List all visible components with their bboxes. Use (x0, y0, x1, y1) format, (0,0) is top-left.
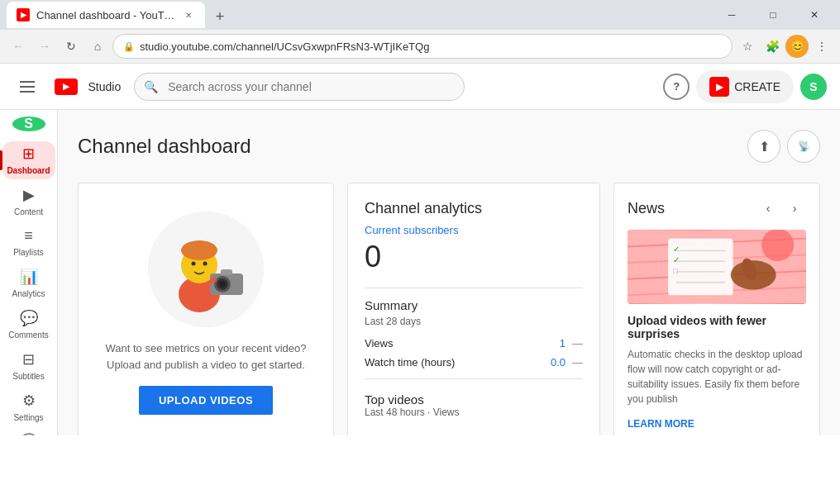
sidebar-item-subtitles[interactable]: ⊟ Subtitles (2, 347, 55, 385)
news-image: ✓ ✓ □ (628, 230, 806, 304)
svg-point-3 (181, 240, 217, 260)
news-navigation: ‹ › (756, 197, 806, 220)
upload-button[interactable]: ⬆ (747, 130, 780, 163)
help-button[interactable]: ? (663, 74, 690, 100)
maximize-button[interactable]: □ (754, 2, 792, 27)
sidebar-label-settings: Settings (13, 413, 43, 423)
svg-text:✓: ✓ (673, 255, 680, 264)
playlists-icon: ≡ (24, 227, 33, 245)
subscribers-label: Current subscribers (365, 224, 583, 236)
security-icon: 🔒 (123, 41, 135, 52)
sidebar-item-settings[interactable]: ⚙ Settings (2, 388, 55, 426)
create-label: CREATE (734, 80, 780, 93)
sidebar-label-content: Content (14, 207, 43, 217)
views-dash: — (572, 337, 583, 349)
news-headline: Upload videos with fewer surprises (628, 314, 806, 340)
content-icon: ▶ (23, 186, 35, 204)
page-actions: ⬆ 📡 (747, 130, 820, 163)
tab-favicon: ▶ (17, 8, 30, 21)
sidebar-item-content[interactable]: ▶ Content (2, 183, 55, 221)
header-actions: ? ▶ CREATE S (663, 70, 827, 103)
extensions-button[interactable]: 🧩 (761, 35, 784, 58)
svg-point-11 (203, 262, 208, 266)
browser-chrome: ▶ Channel dashboard - YouTube S... ✕ + ─… (0, 0, 840, 64)
subscribers-count: 0 (365, 240, 583, 274)
dashboard-icon: ⊞ (22, 145, 35, 163)
menu-button[interactable]: ⋮ (810, 35, 833, 58)
active-indicator (0, 150, 2, 170)
user-avatar[interactable]: S (800, 74, 827, 100)
analytics-icon: 📊 (20, 268, 38, 286)
svg-text:□: □ (673, 266, 678, 275)
svg-rect-8 (221, 269, 232, 275)
new-tab-button[interactable]: + (208, 5, 231, 28)
sidebar-avatar[interactable]: S (12, 116, 45, 131)
news-prev-button[interactable]: ‹ (756, 197, 780, 220)
news-header: News ‹ › (628, 197, 806, 220)
sidebar-label-playlists: Playlists (13, 248, 44, 258)
sidebar-label-subtitles: Subtitles (12, 372, 44, 382)
tab-title: Channel dashboard - YouTube S... (36, 9, 175, 21)
sidebar-item-analytics[interactable]: 📊 Analytics (2, 264, 55, 302)
tab-close-button[interactable]: ✕ (182, 8, 195, 21)
page-header: Channel dashboard ⬆ 📡 (78, 130, 820, 163)
search-bar: 🔍 (134, 73, 465, 101)
news-next-button[interactable]: › (783, 197, 806, 220)
page-title: Channel dashboard (78, 135, 251, 158)
comments-icon: 💬 (20, 309, 38, 327)
home-button[interactable]: ⌂ (86, 35, 109, 58)
views-label: Views (365, 337, 393, 349)
summary-title: Summary (365, 298, 583, 312)
svg-text:✓: ✓ (673, 245, 680, 254)
news-body: Automatic checks in the desktop upload f… (628, 347, 806, 407)
youtube-logo-icon: ▶ (55, 78, 78, 95)
summary-period: Last 28 days (365, 316, 583, 327)
active-tab[interactable]: ▶ Channel dashboard - YouTube S... ✕ (7, 2, 205, 28)
forward-button[interactable]: → (33, 35, 56, 58)
top-videos-period: Last 48 hours · Views (365, 407, 583, 418)
watch-time-value: 0.0 — (551, 356, 583, 368)
go-live-button[interactable]: 📡 (787, 130, 820, 163)
url-text: studio.youtube.com/channel/UCsvGxwpnFRsN… (140, 40, 722, 53)
divider-2 (365, 378, 583, 379)
tab-area: ▶ Channel dashboard - YouTube S... ✕ + (7, 2, 231, 28)
search-input[interactable] (134, 73, 465, 101)
subtitles-icon: ⊟ (22, 350, 35, 368)
url-bar[interactable]: 🔒 studio.youtube.com/channel/UCsvGxwpnFR… (112, 34, 733, 59)
dashboard-grid: Want to see metrics on your recent video… (78, 183, 820, 435)
sidebar-label-comments: Comments (8, 330, 48, 340)
learn-more-link[interactable]: LEARN MORE (628, 418, 694, 430)
create-button[interactable]: ▶ CREATE (696, 70, 794, 103)
main-layout: S ⊞ Dashboard ▶ Content ≡ Playlists 📊 An… (0, 110, 840, 435)
watch-time-dash: — (572, 356, 583, 368)
profile-button[interactable]: 😊 (785, 35, 809, 58)
app: ▶ Studio 🔍 ? ▶ CREATE S S ⊞ Dashboard (0, 64, 840, 435)
content-area: Channel dashboard ⬆ 📡 (58, 110, 840, 435)
hamburger-menu[interactable] (13, 74, 41, 99)
views-number: 1 (560, 337, 566, 349)
illustration (148, 212, 264, 327)
views-value: 1 — (560, 337, 583, 349)
back-button[interactable]: ← (7, 35, 30, 58)
news-title: News (628, 200, 665, 217)
svg-point-10 (192, 262, 196, 266)
svg-point-7 (219, 281, 226, 288)
sidebar: S ⊞ Dashboard ▶ Content ≡ Playlists 📊 An… (0, 110, 58, 435)
sidebar-item-feedback[interactable]: ! Feedback (2, 430, 55, 435)
bookmark-button[interactable]: ☆ (736, 35, 759, 58)
top-videos-title: Top videos (365, 392, 583, 407)
address-bar: ← → ↻ ⌂ 🔒 studio.youtube.com/channel/UCs… (0, 30, 840, 63)
browser-actions: ☆ 🧩 😊 ⋮ (736, 35, 833, 58)
views-metric: Views 1 — (365, 337, 583, 349)
upload-videos-button[interactable]: UPLOAD VIDEOS (139, 386, 273, 415)
sidebar-item-dashboard[interactable]: ⊞ Dashboard (2, 141, 55, 179)
reload-button[interactable]: ↻ (60, 35, 83, 58)
sidebar-label-analytics: Analytics (12, 289, 45, 299)
app-header: ▶ Studio 🔍 ? ▶ CREATE S (0, 64, 840, 110)
minimize-button[interactable]: ─ (713, 2, 751, 27)
close-button[interactable]: ✕ (795, 2, 833, 27)
logo[interactable]: ▶ Studio (55, 78, 121, 95)
sidebar-item-comments[interactable]: 💬 Comments (2, 306, 55, 344)
upload-prompt-text: Want to see metrics on your recent video… (98, 340, 313, 373)
sidebar-item-playlists[interactable]: ≡ Playlists (2, 224, 55, 261)
